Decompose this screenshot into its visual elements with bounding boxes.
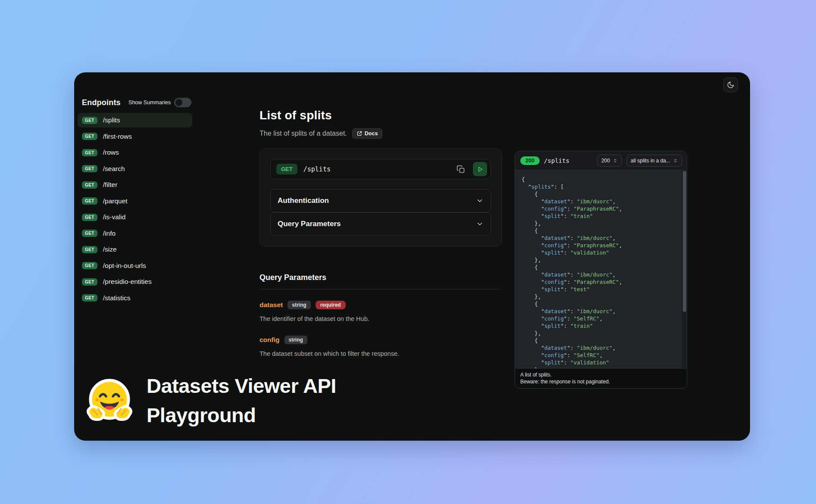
param-type-badge: string bbox=[288, 301, 310, 309]
theme-toggle-button[interactable] bbox=[723, 78, 738, 92]
sidebar-item-size[interactable]: GET/size bbox=[78, 242, 192, 257]
sidebar-item-splits[interactable]: GET/splits bbox=[78, 113, 192, 128]
status-badge: 200 bbox=[520, 156, 540, 165]
sidebar-item-is-valid[interactable]: GET/is-valid bbox=[78, 210, 192, 224]
external-link-icon bbox=[357, 131, 362, 136]
copy-button[interactable] bbox=[455, 163, 467, 175]
sidebar-item-statistics[interactable]: GET/statistics bbox=[78, 291, 192, 305]
endpoint-path: /parquet bbox=[103, 197, 128, 205]
param-required-badge: required bbox=[316, 301, 346, 309]
endpoints-sidebar: Endpoints Show Summaries GET/splitsGET/f… bbox=[78, 96, 192, 307]
status-code-select-value: 200 bbox=[601, 158, 610, 164]
docs-button[interactable]: Docs bbox=[352, 128, 383, 139]
method-badge: GET bbox=[82, 181, 97, 189]
response-footer-line: A list of splits. bbox=[520, 371, 682, 378]
method-badge: GET bbox=[82, 165, 97, 172]
param-row: configstring bbox=[259, 336, 502, 344]
param-type-badge: string bbox=[285, 336, 307, 344]
sidebar-item-parquet[interactable]: GET/parquet bbox=[78, 194, 192, 208]
show-summaries-label: Show Summaries bbox=[128, 100, 171, 106]
method-badge: GET bbox=[82, 294, 97, 302]
endpoint-description: The list of splits of a dataset. bbox=[259, 130, 347, 137]
method-badge: GET bbox=[82, 230, 97, 237]
chevron-down-icon bbox=[476, 197, 484, 205]
endpoint-path: /search bbox=[103, 165, 125, 173]
query-parameters-section-header[interactable]: Query Parameters bbox=[270, 212, 491, 236]
method-badge: GET bbox=[82, 197, 97, 205]
sidebar-item-presidio-entities[interactable]: GET/presidio-entities bbox=[78, 274, 192, 289]
query-parameters-heading: Query Parameters bbox=[259, 273, 502, 289]
hugging-face-emoji bbox=[84, 375, 135, 426]
endpoint-path: /rows bbox=[103, 149, 119, 156]
app-card: Endpoints Show Summaries GET/splitsGET/f… bbox=[74, 72, 750, 441]
example-select-value: all splits in a da... bbox=[631, 158, 670, 164]
endpoint-list: GET/splitsGET/first-rowsGET/rowsGET/sear… bbox=[78, 113, 192, 305]
response-footer-line: Beware: the response is not paginated. bbox=[520, 378, 682, 385]
sidebar-title: Endpoints bbox=[82, 98, 121, 107]
param-description: The dataset subset on which to filter th… bbox=[259, 350, 502, 357]
sidebar-item-first-rows[interactable]: GET/first-rows bbox=[78, 129, 192, 144]
app-title-line1: Datasets Viewer API bbox=[147, 371, 336, 401]
request-row: GET /splits bbox=[270, 159, 491, 179]
authentication-label: Authentication bbox=[278, 196, 329, 205]
chevron-up-down-icon bbox=[613, 158, 618, 163]
method-badge: GET bbox=[82, 278, 97, 286]
sidebar-item-filter[interactable]: GET/filter bbox=[78, 177, 192, 192]
endpoint-path: /presidio-entities bbox=[103, 278, 152, 286]
request-path: /splits bbox=[303, 165, 449, 173]
request-card: GET /splits Authentication bbox=[259, 148, 502, 246]
example-select[interactable]: all splits in a da... bbox=[626, 155, 682, 167]
main-content: List of splits The list of splits of a d… bbox=[259, 109, 502, 357]
query-parameters-label: Query Parameters bbox=[278, 220, 341, 228]
response-header: 200 /splits 200 all splits in a da... bbox=[515, 151, 687, 170]
method-badge: GET bbox=[82, 214, 97, 221]
method-badge: GET bbox=[276, 164, 297, 174]
play-icon bbox=[477, 166, 484, 173]
endpoint-path: /opt-in-out-urls bbox=[103, 262, 146, 270]
param-description: The identifier of the dataset on the Hub… bbox=[259, 315, 502, 322]
method-badge: GET bbox=[82, 117, 97, 124]
response-panel: 200 /splits 200 all splits in a da... { … bbox=[515, 151, 687, 389]
method-badge: GET bbox=[82, 262, 97, 269]
app-title: Datasets Viewer API Playground bbox=[147, 371, 336, 430]
param-name: config bbox=[259, 336, 280, 344]
sidebar-item-info[interactable]: GET/info bbox=[78, 226, 192, 241]
docs-button-label: Docs bbox=[365, 131, 378, 137]
endpoint-path: /is-valid bbox=[103, 213, 126, 221]
run-request-button[interactable] bbox=[473, 162, 487, 176]
sidebar-item-rows[interactable]: GET/rows bbox=[78, 145, 192, 160]
response-json: { "splits": [ { "dataset": "ibm/duorc", … bbox=[515, 170, 687, 368]
param-name: dataset bbox=[259, 301, 283, 309]
param-row: datasetstringrequired bbox=[259, 301, 502, 309]
brand: Datasets Viewer API Playground bbox=[84, 371, 336, 430]
method-badge: GET bbox=[82, 246, 97, 253]
endpoint-path: /first-rows bbox=[103, 133, 132, 140]
method-badge: GET bbox=[82, 149, 97, 156]
chevron-up-down-icon bbox=[673, 158, 678, 163]
response-footer: A list of splits. Beware: the response i… bbox=[515, 368, 687, 388]
page-title: List of splits bbox=[259, 109, 502, 122]
status-code-select[interactable]: 200 bbox=[597, 155, 622, 167]
response-path: /splits bbox=[544, 157, 593, 164]
authentication-section-header[interactable]: Authentication bbox=[270, 189, 491, 212]
sidebar-item-search[interactable]: GET/search bbox=[78, 162, 192, 176]
app-title-line2: Playground bbox=[147, 401, 336, 430]
method-badge: GET bbox=[82, 133, 97, 140]
param-list: datasetstringrequiredThe identifier of t… bbox=[259, 301, 502, 357]
endpoint-path: /splits bbox=[103, 116, 120, 124]
chevron-down-icon bbox=[476, 220, 484, 228]
endpoint-path: /statistics bbox=[103, 294, 131, 302]
scrollbar-track bbox=[682, 170, 687, 368]
endpoint-path: /filter bbox=[103, 181, 118, 189]
endpoint-path: /size bbox=[103, 246, 117, 253]
scrollbar-thumb[interactable] bbox=[683, 171, 686, 312]
show-summaries-toggle[interactable] bbox=[174, 98, 191, 107]
copy-icon bbox=[456, 165, 465, 174]
endpoint-path: /info bbox=[103, 230, 116, 237]
moon-icon bbox=[727, 81, 735, 89]
query-parameters-doc-section: Query Parameters datasetstringrequiredTh… bbox=[259, 273, 502, 357]
toggle-knob bbox=[175, 99, 182, 106]
response-json-viewer[interactable]: { "splits": [ { "dataset": "ibm/duorc", … bbox=[515, 170, 687, 368]
sidebar-item-opt-in-out-urls[interactable]: GET/opt-in-out-urls bbox=[78, 258, 192, 273]
